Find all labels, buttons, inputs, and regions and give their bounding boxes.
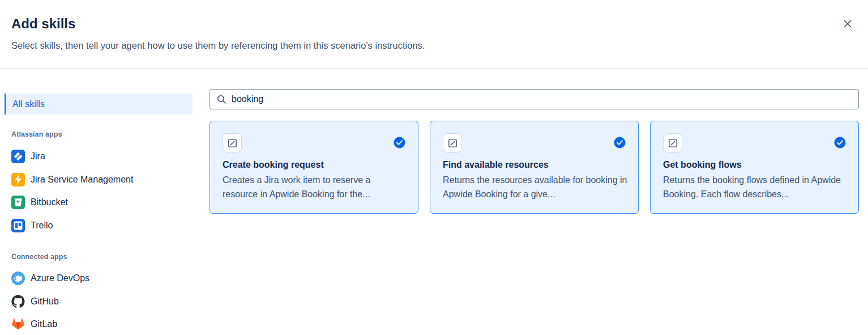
gitlab-icon bbox=[11, 317, 25, 331]
jira-icon bbox=[11, 150, 25, 163]
skill-icon bbox=[443, 133, 462, 152]
close-button[interactable] bbox=[841, 18, 854, 32]
sidebar-item-label: Azure DevOps bbox=[31, 273, 89, 283]
sidebar-item-bitbucket[interactable]: Bitbucket bbox=[11, 191, 133, 214]
jira-service-management-icon bbox=[11, 173, 25, 186]
sidebar-item-label: Jira bbox=[31, 151, 45, 162]
sidebar-section-atlassian-apps: Atlassian apps bbox=[11, 130, 62, 138]
trello-icon bbox=[11, 219, 25, 232]
sidebar-item-gitlab[interactable]: GitLab bbox=[11, 313, 89, 335]
skill-search bbox=[209, 89, 859, 109]
skill-card-title: Find available resources bbox=[443, 160, 626, 170]
add-skills-dialog: Add skills Select skills, then tell your… bbox=[0, 0, 868, 335]
header-divider bbox=[0, 68, 868, 69]
sidebar-item-label: Jira Service Management bbox=[31, 175, 133, 185]
search-input[interactable] bbox=[232, 94, 853, 104]
close-icon bbox=[841, 18, 854, 32]
bitbucket-icon bbox=[11, 196, 25, 209]
selected-check-icon bbox=[614, 137, 626, 149]
skill-card-get-booking-flows[interactable]: Get booking flows Returns the booking fl… bbox=[650, 121, 859, 214]
sidebar-item-azure-devops[interactable]: Azure DevOps bbox=[11, 267, 89, 290]
connected-apps-list: Azure DevOps GitHub GitLab bbox=[11, 267, 89, 335]
skill-card-description: Creates a Jira work item to reserve a re… bbox=[223, 173, 408, 201]
skill-card-find-available-resources[interactable]: Find available resources Returns the res… bbox=[430, 121, 639, 214]
azure-devops-icon bbox=[11, 272, 25, 285]
selected-check-icon bbox=[394, 137, 405, 149]
search-icon bbox=[216, 94, 227, 105]
skill-icon bbox=[223, 133, 242, 152]
atlassian-apps-list: Jira Jira Service Management Bitbucket T… bbox=[11, 145, 133, 237]
skill-card-description: Returns the resources available for book… bbox=[443, 173, 628, 201]
all-skills-label: All skills bbox=[12, 99, 45, 109]
sidebar-item-github[interactable]: GitHub bbox=[11, 290, 89, 313]
sidebar-item-label: GitLab bbox=[31, 319, 57, 329]
sidebar-item-label: Bitbucket bbox=[31, 197, 68, 207]
dialog-subtitle: Select skills, then tell your agent how … bbox=[11, 40, 425, 51]
sidebar-item-jira-service-management[interactable]: Jira Service Management bbox=[11, 168, 133, 192]
sidebar-item-jira[interactable]: Jira bbox=[11, 145, 133, 168]
selected-check-icon bbox=[834, 137, 846, 149]
sidebar-item-all-skills[interactable]: All skills bbox=[5, 94, 193, 115]
github-icon bbox=[11, 295, 25, 308]
skill-card-title: Get booking flows bbox=[663, 160, 846, 170]
sidebar-item-trello[interactable]: Trello bbox=[11, 214, 133, 238]
sidebar-item-label: GitHub bbox=[31, 296, 59, 307]
sidebar-item-label: Trello bbox=[31, 220, 53, 231]
skill-card-description: Returns the booking flows defined in Apw… bbox=[663, 173, 849, 201]
skill-card-create-booking-request[interactable]: Create booking request Creates a Jira wo… bbox=[209, 121, 418, 214]
skill-card-title: Create booking request bbox=[223, 160, 405, 170]
skill-icon bbox=[663, 133, 682, 152]
dialog-title: Add skills bbox=[11, 16, 75, 32]
sidebar-section-connected-apps: Connected apps bbox=[11, 253, 67, 261]
